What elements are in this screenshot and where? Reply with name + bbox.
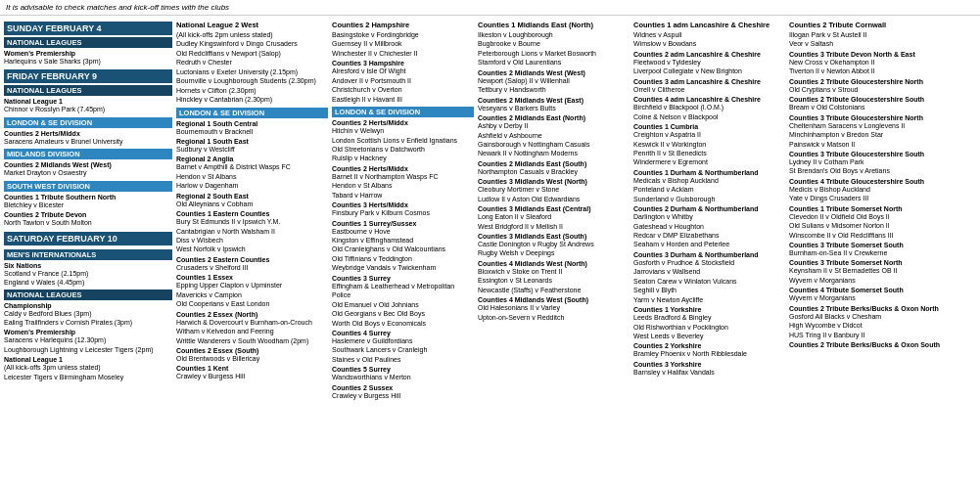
match-dudley: Dudley Kingswinford v Dingo Crusaders: [176, 39, 328, 48]
regional2-anglia: Regional 2 Anglia: [176, 156, 328, 162]
match-medicis: Medicis v Bishop Auckland: [789, 185, 976, 194]
sunday-feb4-heading: SUNDAY FEBRUARY 4: [4, 22, 172, 35]
match-ilkeston: Ilkeston v Loughborough: [478, 30, 630, 39]
counties1-cumbria: Counties 1 Cumbria: [633, 123, 785, 130]
match-newark: Newark II v Nottingham Moderns: [478, 149, 630, 157]
counties4-surrey: Counties 4 Surrey: [332, 330, 474, 336]
match-bury-st-edmunds: Bury St Edmunds II v Ipswich Y.M.: [176, 217, 328, 226]
match-west-bridgford: West Bridgford II v Mellish II: [478, 222, 630, 231]
regional2-south-east: Regional 2 South East: [176, 193, 328, 200]
match-old-alleynians: Old Alleynians v Cobham: [176, 200, 328, 208]
match-gateshead: Gateshead v Houghton: [633, 222, 785, 231]
counties-hampshire: Counties 2 Hampshire: [332, 21, 474, 29]
nat-league1-sat: National League 1: [4, 356, 172, 363]
counties1-midlands-east-north: Counties 1 Midlands East (North): [478, 21, 630, 29]
match-sudbury: Sudbury v Westcliff: [176, 145, 328, 154]
match-keswick: Keswick II v Workington: [633, 140, 785, 149]
match-gainsborough: Gainsborough v Nottingham Casuals: [478, 140, 630, 149]
match-hendon2: Hendon v St Albans: [332, 181, 474, 190]
match-kingston: Kingston v Effinghamstead: [332, 236, 474, 245]
match-west-norfolk: West Norfolk v Ipswich: [176, 245, 328, 253]
counties2-essex-north: Counties 2 Essex (North): [176, 311, 328, 318]
note-kickoffs2: (All kick-offs 2pm unless stated): [176, 30, 328, 39]
match-harlequins: Harlequins v Sale Sharks (3pm): [4, 57, 172, 66]
match-old-georgians: Old Georgians v Bec Old Boys: [332, 309, 474, 318]
match-bletchley: Bletchley v Bicester: [4, 200, 172, 209]
match-scotland-france: Scotland v France (2.15pm): [4, 269, 172, 278]
match-andover: Andover II v Portsmouth II: [332, 76, 474, 85]
counties2-adm-lancs: Counties 2 adm Lancashire & Cheshire: [633, 51, 785, 58]
match-witham: Witham v Kelvedon and Feering: [176, 327, 328, 335]
match-leicester: Leicester Tigers v Birmingham Moseley: [4, 373, 172, 381]
match-harwich: Harwich & Dovercourt v Burnham-on-Crouch: [176, 318, 328, 327]
match-barnet: Barnet v Ampthill & District Wasps FC: [176, 162, 328, 171]
match-old-tiffinians: Old Tiffinians v Teddington: [332, 254, 474, 263]
match-old-cryptians: Old Cryptians v Stroud: [789, 85, 976, 94]
match-jarrovians: Jarrovians v Wallsend: [633, 267, 785, 276]
counties3-hampshire: Counties 3 Hampshire: [332, 60, 474, 67]
match-clevedon: Clevedon II v Oldfield Old Boys II: [789, 212, 976, 221]
counties2-essex-south: Counties 2 Essex (South): [176, 347, 328, 354]
match-minchinhampton: Minchinhampton v Bredon Star: [789, 130, 976, 139]
match-saracens: Saracens Amateurs v Brunel University: [4, 137, 172, 146]
match-epping: Epping Upper Clapton v Upminster: [176, 281, 328, 290]
counties3-tribute-somerset-north: Counties 3 Tribute Somerset North: [789, 259, 976, 266]
match-keynsham: Keynsham II v St Bernadettes OB II: [789, 266, 976, 275]
counties3-tribute-somerset-south: Counties 3 Tribute Somerset South: [789, 242, 976, 248]
counties1-surrey-sussex: Counties 1 Surrey/Sussex: [332, 220, 474, 227]
match-illogan: Illogan Park v St Austell II: [789, 30, 976, 39]
match-basingstoke: Basingstoke v Fordingbridge: [332, 30, 474, 39]
match-effingham: Effingham & Leatherhead v Metropolitan P…: [332, 282, 474, 300]
counties4-midlands-west-north: Counties 4 Midlands West (North): [478, 260, 630, 267]
match-northampton-casuals: Northampton Casuals v Brackley: [478, 167, 630, 176]
match-wyvern2: Wyvern v Morganians: [789, 293, 976, 302]
match-veseyans: Veseyans v Barkers Butts: [478, 104, 630, 112]
match-old-sulians: Old Sulians v Midsomer Norton II: [789, 221, 976, 230]
counties1-yorkshire: Counties 1 Yorkshire: [633, 306, 785, 313]
match-yarm: Yarm v Newton Aycliffe: [633, 295, 785, 304]
match-liverpool: Liverpool Collegiate v New Brighton: [633, 67, 785, 75]
london-se-div-col2: LONDON & SE DIVISION: [332, 107, 474, 117]
match-gosford: Gosford All Blacks v Chesham: [789, 312, 976, 321]
match-hornets: Hornets v Clifton (2.30pm): [176, 86, 328, 95]
match-medicals: Medicals v Bishop Auckland: [633, 176, 785, 185]
match-harlow: Harlow v Dagenham: [176, 181, 328, 190]
counties2-midlands-east-south: Counties 2 Midlands East (South): [478, 160, 630, 167]
match-ealing: Ealing Trailfinders v Cornish Pirates (3…: [4, 318, 172, 327]
nat-leagues-fri: NATIONAL LEAGUES: [4, 85, 172, 96]
match-christchurch: Christchurch v Overton: [332, 85, 474, 94]
regional1-south-east: Regional 1 South East: [176, 138, 328, 145]
match-leeds-bradford: Leeds Bradford & Bingley: [633, 313, 785, 322]
match-newcastle-staffs: Newcastle (Staffs) v Featherstone: [478, 286, 630, 294]
match-old-brentwoods: Old Brentwoods v Billericay: [176, 354, 328, 363]
counties2-durham-northumberland: Counties 2 Durham & Northumberland: [633, 205, 785, 212]
match-lydney: Lydney II v Cotham Park: [789, 157, 976, 166]
counties3-tribute-devon-ne: Counties 3 Tribute Devon North & East: [789, 51, 976, 58]
match-saracens-harl: Saracens v Harlequins (12.30pm): [4, 335, 172, 344]
match-tiverton: Tiverton II v Newton Abbot II: [789, 67, 976, 75]
counties1-kent: Counties 1 Kent: [176, 365, 328, 372]
counties2-tribute-gloucestershire-south: Counties 2 Tribute Gloucestershire South: [789, 96, 976, 103]
match-windermere: Windermere v Egremont: [633, 157, 785, 166]
counties1-eastern: Counties 1 Eastern Counties: [176, 210, 328, 217]
match-old-streetonians: Old Streetonians v Datchworth: [332, 145, 474, 154]
match-ashby: Ashby v Derby II: [478, 121, 630, 130]
match-painswick: Painswick v Matson II: [789, 140, 976, 149]
counties2-midlands-east: Counties 2 Midlands West (East): [478, 97, 630, 104]
match-worth: Worth Old Boys v Economicals: [332, 319, 474, 328]
mid-column-4: Counties 1 adm Lancashire & Cheshire Wid…: [633, 18, 785, 400]
match-orrell: Orrell v Clitheroe: [633, 85, 785, 94]
match-crawley2: Crawley v Burgess Hill: [332, 391, 474, 400]
match-burnham: Burnham-on-Sea II v Crewkerne: [789, 248, 976, 257]
counties3-midlands-west: Counties 3 Midlands West (North): [478, 178, 630, 185]
header-note-text: It is advisable to check matches and kic…: [6, 3, 229, 12]
match-cheltenham: Cheltenham Saracens v Longlevens II: [789, 121, 976, 130]
match-peterborough: Peterborough Lions v Market Bosworth: [478, 49, 630, 58]
nat-leagues-sat: NATIONAL LEAGUES: [4, 290, 172, 300]
match-wyvern: Wyvern v Morganians: [789, 276, 976, 285]
counties3-herts-middx: Counties 3 Herts/Middx: [332, 201, 474, 208]
counties2-yorkshire: Counties 2 Yorkshire: [633, 342, 785, 349]
counties4-adm-lancs: Counties 4 adm Lancashire & Cheshire: [633, 96, 785, 103]
nat-league1-fri: National League 1: [4, 98, 172, 105]
match-london-scottish: London Scottish Lions v Enfield Ignatian…: [332, 136, 474, 145]
